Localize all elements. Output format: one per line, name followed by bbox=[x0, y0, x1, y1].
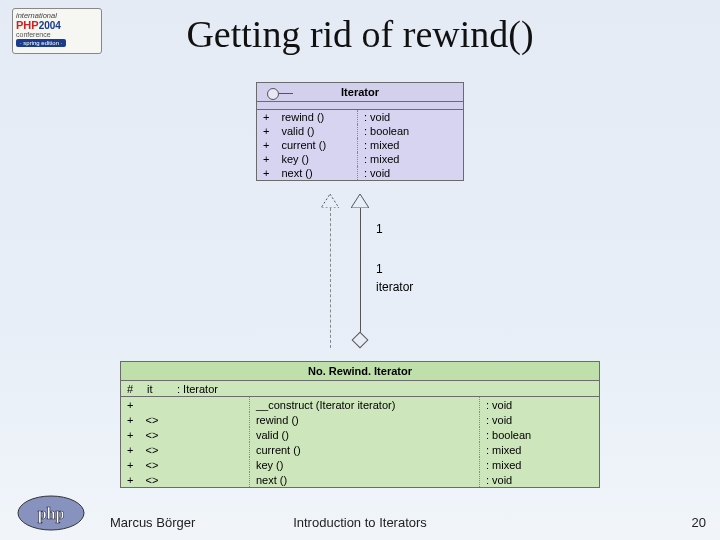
uml-method-sig: rewind () bbox=[249, 412, 479, 427]
uml-visibility: + bbox=[121, 442, 139, 457]
uml-methods: +rewind (): void+valid (): boolean+curre… bbox=[257, 110, 463, 180]
uml-method-row: +next (): void bbox=[257, 166, 463, 180]
footer-author: Marcus Börger bbox=[110, 515, 195, 530]
uml-stereotype: <> bbox=[139, 427, 249, 442]
uml-diagram: Iterator +rewind (): void+valid (): bool… bbox=[0, 82, 720, 488]
uml-method-ret: : void bbox=[479, 397, 599, 412]
uml-visibility: + bbox=[257, 124, 275, 138]
uml-method-row: +<>valid (): boolean bbox=[121, 427, 599, 442]
uml-visibility: + bbox=[257, 152, 275, 166]
uml-method-row: +<>key (): mixed bbox=[121, 457, 599, 472]
uml-method-sig: valid () bbox=[249, 427, 479, 442]
uml-method-ret: : mixed bbox=[479, 442, 599, 457]
association-role: iterator bbox=[376, 280, 413, 294]
uml-attr-type: : Iterator bbox=[171, 381, 599, 396]
uml-visibility: + bbox=[121, 412, 139, 427]
uml-method-sig: __construct (Iterator iterator) bbox=[249, 397, 479, 412]
uml-visibility: # bbox=[121, 381, 141, 396]
uml-visibility: + bbox=[121, 472, 139, 487]
uml-method-sig: next () bbox=[275, 166, 357, 180]
uml-method-row: +<>rewind (): void bbox=[121, 412, 599, 427]
uml-class-iterator: Iterator +rewind (): void+valid (): bool… bbox=[256, 82, 464, 181]
uml-method-ret: : void bbox=[479, 472, 599, 487]
uml-method-row: +__construct (Iterator iterator): void bbox=[121, 397, 599, 412]
uml-method-row: +valid (): boolean bbox=[257, 124, 463, 138]
uml-method-sig: key () bbox=[275, 152, 357, 166]
uml-method-ret: : void bbox=[357, 110, 463, 124]
svg-marker-1 bbox=[321, 194, 339, 208]
realization-arrowhead bbox=[321, 194, 339, 208]
uml-class-header: No. Rewind. Iterator bbox=[121, 362, 599, 381]
uml-method-sig: valid () bbox=[275, 124, 357, 138]
footer-page-number: 20 bbox=[692, 515, 706, 530]
uml-method-sig: next () bbox=[249, 472, 479, 487]
uml-visibility: + bbox=[121, 397, 139, 412]
uml-visibility: + bbox=[121, 427, 139, 442]
multiplicity-top: 1 bbox=[376, 222, 383, 236]
uml-methods: +__construct (Iterator iterator): void+<… bbox=[121, 397, 599, 487]
uml-stereotype bbox=[139, 397, 249, 412]
uml-attr-empty bbox=[257, 102, 463, 110]
uml-method-row: +rewind (): void bbox=[257, 110, 463, 124]
php-logo: php bbox=[16, 494, 86, 532]
uml-method-ret: : mixed bbox=[357, 152, 463, 166]
uml-visibility: + bbox=[257, 138, 275, 152]
uml-attributes: # it : Iterator bbox=[121, 381, 599, 397]
uml-attribute-row: # it : Iterator bbox=[121, 381, 599, 396]
uml-attr-name: it bbox=[141, 381, 171, 396]
uml-class-name: No. Rewind. Iterator bbox=[308, 365, 412, 377]
uml-method-sig: current () bbox=[275, 138, 357, 152]
uml-method-sig: current () bbox=[249, 442, 479, 457]
generalization-arrowhead bbox=[351, 194, 369, 208]
association-line bbox=[360, 208, 361, 334]
uml-stereotype: <> bbox=[139, 412, 249, 427]
uml-method-row: +key (): mixed bbox=[257, 152, 463, 166]
uml-visibility: + bbox=[257, 166, 275, 180]
uml-stereotype: <> bbox=[139, 457, 249, 472]
uml-method-ret: : void bbox=[357, 166, 463, 180]
uml-visibility: + bbox=[121, 457, 139, 472]
aggregation-diamond bbox=[352, 332, 369, 349]
uml-method-ret: : boolean bbox=[479, 427, 599, 442]
realization-line bbox=[330, 208, 331, 348]
uml-method-ret: : void bbox=[479, 412, 599, 427]
footer-deck-title: Introduction to Iterators bbox=[293, 515, 427, 530]
uml-class-norewinditerator: No. Rewind. Iterator # it : Iterator +__… bbox=[120, 361, 600, 488]
svg-marker-0 bbox=[351, 194, 369, 208]
uml-class-name: Iterator bbox=[341, 86, 379, 98]
uml-stereotype: <> bbox=[139, 472, 249, 487]
interface-icon bbox=[267, 88, 279, 100]
uml-method-row: +<>current (): mixed bbox=[121, 442, 599, 457]
uml-method-ret: : mixed bbox=[357, 138, 463, 152]
uml-stereotype: <> bbox=[139, 442, 249, 457]
uml-method-row: +<>next (): void bbox=[121, 472, 599, 487]
svg-text:php: php bbox=[38, 505, 65, 523]
uml-method-row: +current (): mixed bbox=[257, 138, 463, 152]
uml-method-ret: : mixed bbox=[479, 457, 599, 472]
uml-method-sig: key () bbox=[249, 457, 479, 472]
interface-icon-line bbox=[279, 93, 293, 94]
slide-footer: php Marcus Börger Introduction to Iterat… bbox=[0, 494, 720, 534]
uml-visibility: + bbox=[257, 110, 275, 124]
slide-title: Getting rid of rewind() bbox=[0, 12, 720, 56]
multiplicity-bottom: 1 bbox=[376, 262, 383, 276]
uml-method-sig: rewind () bbox=[275, 110, 357, 124]
uml-method-ret: : boolean bbox=[357, 124, 463, 138]
uml-class-header: Iterator bbox=[257, 83, 463, 102]
